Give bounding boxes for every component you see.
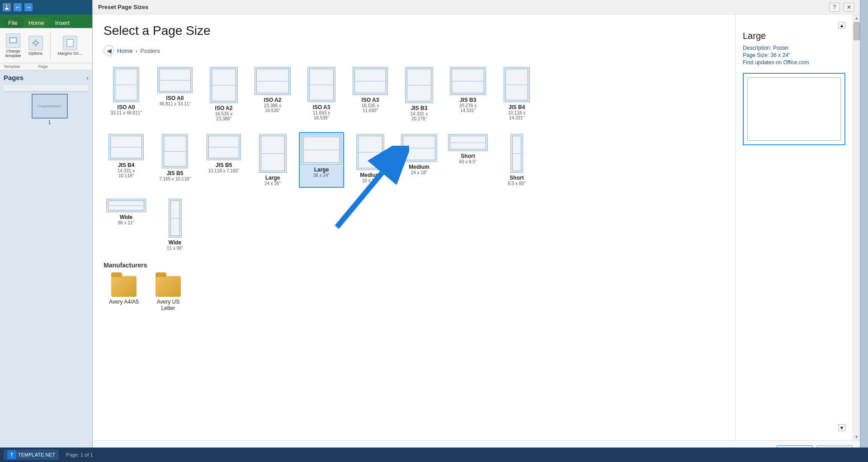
page-item-iso-a3[interactable]: ISO A316.535 x 11.693" xyxy=(348,65,393,123)
margins-icon xyxy=(63,36,77,50)
options-button[interactable]: Options xyxy=(27,35,45,57)
thumb-inner xyxy=(256,69,289,93)
page-item-jis-b4[interactable]: JIS B410.118 x 14.331" xyxy=(494,65,539,123)
panel-scroll-up-button[interactable]: ▲ xyxy=(838,22,845,29)
page-item-wide[interactable]: Wide96 x 11" xyxy=(104,197,149,252)
right-panel: ▲ Large Description: Poster Page Size: 3… xyxy=(735,14,853,440)
ribbon-tabs: File Home Insert xyxy=(0,14,92,28)
taskbar: T TEMPLATE.NET Page: 1 of 1 xyxy=(0,448,868,462)
dialog-heading: Select a Page Size xyxy=(104,24,724,38)
thumb-inner xyxy=(403,136,435,160)
status-bar: Page: 1 of 1 xyxy=(66,452,93,457)
manufacturers-section: Manufacturers Avery A4/A5Avery US Letter xyxy=(104,262,724,313)
page-item-short[interactable]: Short8.5 x 60" xyxy=(494,132,539,188)
page-item-thumb xyxy=(255,67,291,95)
tab-file[interactable]: File xyxy=(4,18,22,28)
manufacturers-label: Manufacturers xyxy=(104,262,724,269)
page-item-thumb xyxy=(259,134,287,173)
tab-insert[interactable]: Insert xyxy=(51,18,75,28)
save-button[interactable]: 💾 xyxy=(3,3,11,11)
scroll-down-arrow[interactable]: ▼ xyxy=(853,433,860,440)
breadcrumb-current: Posters xyxy=(140,48,160,54)
page-item-thumb xyxy=(307,67,335,102)
thumb-inner xyxy=(309,69,334,100)
page-item-thumb xyxy=(356,134,384,170)
page-item-short[interactable]: Short60 x 8.5" xyxy=(445,132,491,188)
collapse-pages-button[interactable]: ‹ xyxy=(86,74,89,81)
page-item-jis-b5[interactable]: JIS B57.165 x 10.118" xyxy=(152,132,198,188)
undo-button[interactable]: ↩ xyxy=(14,3,22,11)
page-item-jis-b5[interactable]: JIS B510.118 x 7.165" xyxy=(201,132,246,188)
dialog-body: Select a Page Size ◀ Home › Posters ISO … xyxy=(93,14,860,440)
page-item-jis-b3[interactable]: JIS B314.331 x 20.276" xyxy=(396,65,442,123)
group-template-label: Template xyxy=(4,64,20,69)
svg-point-2 xyxy=(34,41,38,45)
page-item-thumb xyxy=(504,67,530,102)
thumb-inner xyxy=(208,136,239,158)
redo-button[interactable]: ↪ xyxy=(24,3,33,11)
page-item-jis-b3[interactable]: JIS B320.276 x 14.331" xyxy=(445,65,491,123)
main-scrollbar[interactable]: ▲ ▼ xyxy=(853,14,860,440)
app-sidebar: 💾 ↩ ↪ File Home Insert xyxy=(0,0,93,462)
page-item-iso-a3[interactable]: ISO A311.693 x 16.535" xyxy=(299,65,344,123)
thumb-inner xyxy=(354,69,386,93)
scroll-up-arrow[interactable]: ▲ xyxy=(853,14,860,21)
folder-icon xyxy=(156,276,181,297)
page-item-medium[interactable]: Medium24 x 18" xyxy=(396,132,442,188)
page-item-thumb xyxy=(162,134,188,168)
dialog-titlebar: Preset Page Sizes ? ✕ xyxy=(93,0,860,14)
thumb-inner xyxy=(407,69,431,101)
scroll-thumb[interactable] xyxy=(854,22,860,40)
margins-button[interactable]: Margins Ori... xyxy=(56,35,84,57)
page-item-iso-a2[interactable]: ISO A216.535 x 23.386" xyxy=(201,65,246,123)
thumb-inner xyxy=(303,137,340,163)
page-item-thumb xyxy=(302,135,341,165)
thumb-inner xyxy=(115,69,137,100)
page-items-row2: JIS B414.331 x 10.118"JIS B57.165 x 10.1… xyxy=(104,132,724,188)
tab-home[interactable]: Home xyxy=(24,18,49,28)
thumb-inner xyxy=(358,136,382,168)
change-icon xyxy=(6,33,20,48)
page-item-iso-a0[interactable]: ISO A046.811 x 33.11" xyxy=(152,65,198,123)
breadcrumb: ◀ Home › Posters xyxy=(104,45,724,56)
help-button[interactable]: ? xyxy=(829,3,840,12)
panel-scroll-down-button[interactable]: ▼ xyxy=(838,424,845,431)
pages-panel: Pages ‹ Congratulations! 1 xyxy=(0,70,92,462)
panel-description: Description: Poster xyxy=(743,45,845,51)
change-template-button[interactable]: Change template xyxy=(4,33,23,59)
manufacturers-grid: Avery A4/A5Avery US Letter xyxy=(104,274,724,313)
dialog-title: Preset Page Sizes xyxy=(98,4,148,10)
thumb-inner xyxy=(170,200,180,236)
taskbar-app-item[interactable]: T TEMPLATE.NET xyxy=(4,449,59,460)
page-thumbnail[interactable]: Congratulations! xyxy=(32,94,68,119)
page-item-thumb xyxy=(169,199,182,238)
ribbon-separator-1 xyxy=(50,32,51,59)
page-item-thumb xyxy=(405,67,433,103)
page-items-row3: Wide96 x 11"Wide11 x 96" xyxy=(104,197,724,252)
page-item-jis-b4[interactable]: JIS B414.331 x 10.118" xyxy=(104,132,149,188)
page-item-iso-a0[interactable]: ISO A033.11 x 46.811" xyxy=(104,65,149,123)
panel-preview-inner xyxy=(747,77,841,141)
breadcrumb-home[interactable]: Home xyxy=(117,48,133,54)
page-number: 1 xyxy=(12,119,87,125)
manufacturer-avery-us-letter[interactable]: Avery US Letter xyxy=(148,274,189,313)
page-item-large[interactable]: Large36 x 24" xyxy=(299,132,344,188)
page-item-medium[interactable]: Medium18 x 24" xyxy=(348,132,393,188)
breadcrumb-back-button[interactable]: ◀ xyxy=(104,45,114,56)
page-item-thumb xyxy=(353,67,388,95)
page-item-thumb xyxy=(450,67,486,95)
page-item-thumb xyxy=(510,134,523,173)
page-items-row1: ISO A033.11 x 46.811"ISO A046.811 x 33.1… xyxy=(104,65,724,123)
page-item-iso-a2[interactable]: ISO A223.386 x 16.535" xyxy=(250,65,295,123)
page-item-wide[interactable]: Wide11 x 96" xyxy=(152,197,198,252)
panel-office-link[interactable]: Find updates on Office.com xyxy=(743,59,845,66)
page-item-thumb xyxy=(106,199,146,212)
manufacturer-avery-a4/a5[interactable]: Avery A4/A5 xyxy=(104,274,144,313)
thumb-inner xyxy=(450,136,486,149)
page-item-thumb xyxy=(108,134,144,160)
thumb-inner xyxy=(512,136,521,171)
page-item-large[interactable]: Large24 x 36" xyxy=(250,132,295,188)
close-button[interactable]: ✕ xyxy=(844,3,854,12)
panel-preview xyxy=(743,73,845,145)
dialog-window-controls: ? ✕ xyxy=(829,3,854,12)
